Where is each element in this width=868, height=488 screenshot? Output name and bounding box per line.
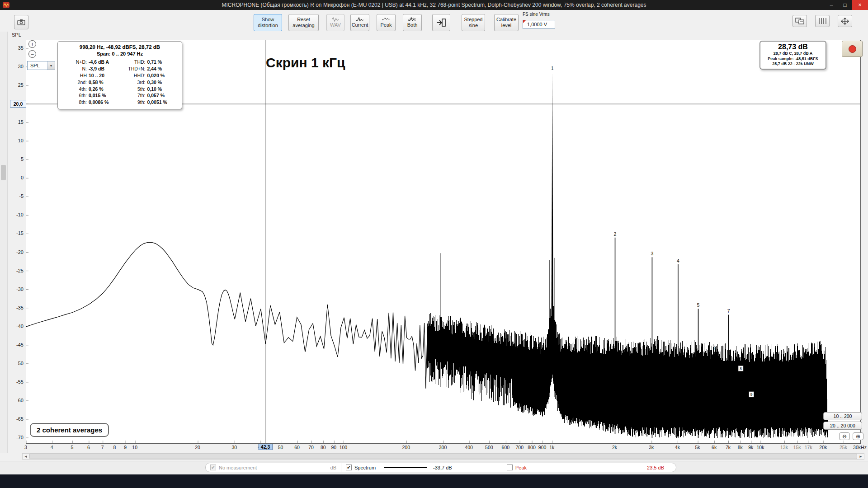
x-tick-label: 50 [278,445,283,450]
x-tick-label: 300 [439,445,447,450]
x-tick-label: 700 [515,445,524,450]
horizontal-zoom-in-button[interactable]: ⊕ [853,432,863,440]
x-tick-label: 10 [132,445,137,450]
readout-row: N+D:-4,6 dB ATHD:0,71 % [61,59,178,66]
level-meter-detail-3: 28,7 dB 22 - 22k UNW [761,61,825,67]
peak-spectrum-button[interactable]: Peak [377,14,396,31]
spectrum-level-value: -33,7 dB [433,465,452,470]
x-tick-label: 80 [321,445,326,450]
waveform-icon [332,17,339,22]
x-tick-label: 900 [538,445,547,450]
x-tick-label: 25k [840,445,847,450]
x-tick-label: 90 [331,445,336,450]
no-measurement-checkbox[interactable]: ✔ [210,465,216,470]
spectrum-checkbox[interactable]: ✔ [346,465,352,470]
calibrate-level-button[interactable]: Calibrate level [494,14,519,31]
stepped-sine-button[interactable]: Stepped sine [462,14,485,31]
horizontal-scrollbar-thumb[interactable] [29,454,857,459]
level-meter-panel: 28,73 dB 28,7 dB C, 28,7 dB A Peak sampl… [760,41,826,70]
readout-row: 8th:0,0086 %9th:0,0051 % [61,99,178,106]
spectrum-trace [26,242,427,388]
spectrum-trace-swatch [384,467,427,468]
level-meter-detail-1: 28,7 dB C, 28,7 dB A [761,51,825,56]
vertical-zoom-out-button[interactable]: − [28,50,36,58]
x-tick-label: 7 [101,445,104,450]
scroll-left-icon[interactable]: ◄ [23,454,29,459]
horizontal-zoom-controls: ⊖ ⊕ [839,432,863,440]
cursor-readout-line: 998,20 Hz, -48,92 dBFS, 28,72 dB [61,44,178,50]
range-20-20000-button[interactable]: 20 .. 20 000 [823,422,862,430]
toolbar: Show distortion Reset averaging WAV Curr… [0,10,868,32]
export-arrow-icon [436,18,446,27]
horizontal-zoom-out-button[interactable]: ⊖ [839,432,850,440]
readout-row: 2nd:0,58 %3rd:0,30 % [61,79,178,85]
harmonic-label: 1 [551,66,554,71]
app-icon [3,2,9,8]
both-traces-icon [408,17,416,22]
minimize-button[interactable]: – [825,0,838,10]
x-tick-label: 500 [485,445,493,450]
maximize-button[interactable]: □ [838,0,852,10]
scroll-right-icon[interactable]: ► [858,454,864,459]
edited-flag-icon [523,20,526,23]
x-tick-label: 3k [649,445,654,450]
y-tick-label: 15 [18,119,24,125]
no-measurement-label: No measurement [219,465,257,470]
dual-display-button[interactable] [793,15,807,27]
x-tick-label: 7k [726,445,731,450]
export-button[interactable] [432,14,450,31]
window-controls: – □ × [825,0,868,10]
reset-averaging-button[interactable]: Reset averaging [288,14,319,31]
record-icon [849,45,856,53]
peak-checkbox[interactable] [507,465,513,470]
x-tick-label: 70 [308,445,314,450]
x-tick-label: 3 [24,445,27,450]
show-distortion-button[interactable]: Show distortion [254,14,282,31]
y-tick-label: -70 [16,435,24,440]
checkmark-icon: ✔ [347,465,350,470]
x-tick-label: 30 [231,445,237,450]
vertical-zoom-in-button[interactable]: + [28,40,36,48]
current-spectrum-button[interactable]: Current [350,14,369,31]
measurement-readout-panel: 998,20 Hz, -48,92 dBFS, 28,72 dB Span: 0… [57,41,182,109]
readout-row: HH10 .. 20HHD:0,020 % [61,72,178,79]
y-tick-label: -55 [16,379,24,385]
both-spectra-button[interactable]: Both [403,14,422,31]
pan-zoom-button[interactable] [838,15,852,27]
y-tick-label: -20 [16,249,24,255]
x-tick-label: 20k [819,445,827,450]
x-tick-label: 9 [124,445,127,450]
distortion-table: N+D:-4,6 dB ATHD:0,71 %N:-3,9 dBTHD+N:2,… [61,59,178,105]
fs-sine-input[interactable]: 1,0000 V [523,20,555,29]
range-10-200-button[interactable]: 10 .. 200 [823,412,862,420]
horizontal-scrollbar[interactable]: ◄ ► [22,453,864,460]
x-tick-label: 17k [805,445,812,450]
level-meter-detail-2: Peak sample: -48,51 dBFS [761,56,825,62]
wav-button[interactable]: WAV [326,14,344,31]
x-tick-label: 15k [793,445,801,450]
vertical-scrollbar-thumb[interactable] [1,165,6,180]
x-tick-label: 100 [340,445,348,450]
no-measurement-section: ✔ No measurement dB [206,463,341,472]
fundamental-peak [551,72,553,357]
harmonic-label: 2 [614,231,617,237]
grid-columns-button[interactable] [815,15,830,27]
bottom-panel [0,474,868,488]
peak-trace-icon [382,17,390,22]
level-cursor-readout[interactable]: 20,0 [10,100,26,108]
pan-arrows-icon [840,18,849,25]
snapshot-button[interactable] [14,15,28,29]
close-button[interactable]: × [852,0,868,10]
peak-legend-section: Peak 23,5 dB [502,463,676,472]
scale-select[interactable]: SPL ▼ [27,61,55,70]
vertical-scrollbar[interactable] [0,32,8,453]
x-tick-label: 10k [756,445,764,450]
readout-row: N:-3,9 dBTHD+N:2,44 % [61,66,178,72]
readout-row: 6th:0,015 %7th:0,057 % [61,92,178,99]
spectrum-label: Spectrum [354,465,376,470]
record-button[interactable] [842,41,863,57]
peak-label: Peak [515,465,527,470]
spectrum-legend-section: ✔ Spectrum -33,7 dB [341,463,502,472]
x-tick-label: 30kHz [853,445,867,450]
frequency-cursor-readout[interactable]: 42,3 [259,444,272,450]
